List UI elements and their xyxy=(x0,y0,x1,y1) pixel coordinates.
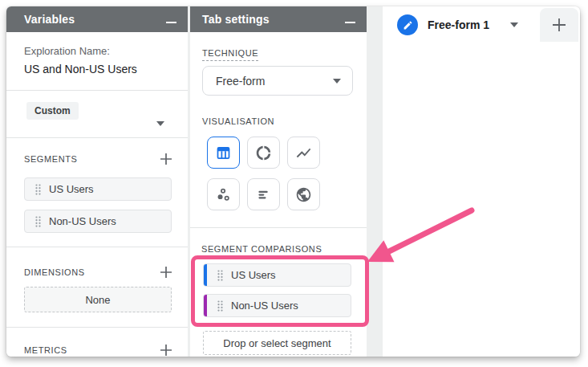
divider xyxy=(6,137,188,138)
drag-handle-icon xyxy=(34,215,42,228)
segments-label: SEGMENTS xyxy=(24,154,78,164)
divider xyxy=(190,227,367,228)
viz-line-button[interactable] xyxy=(287,137,320,169)
comparison-chip-non-us-users[interactable]: Non-US Users xyxy=(203,294,351,317)
plus-icon xyxy=(159,265,173,279)
pencil-icon xyxy=(403,20,413,31)
scatter-chart-icon xyxy=(215,186,232,203)
add-metric-button[interactable] xyxy=(159,343,173,357)
add-dimension-button[interactable] xyxy=(159,265,173,279)
tab-settings-panel-title: Tab settings xyxy=(202,13,270,26)
donut-chart-icon xyxy=(255,145,272,161)
metrics-label: METRICS xyxy=(24,345,67,355)
line-chart-icon xyxy=(295,145,312,161)
viz-geo-button[interactable] xyxy=(287,178,320,210)
table-chart-icon xyxy=(215,145,232,161)
visualisation-label: VISUALISATION xyxy=(202,116,274,126)
dimensions-label: DIMENSIONS xyxy=(24,267,85,277)
drag-handle-icon xyxy=(217,269,224,282)
technique-select[interactable]: Free-form xyxy=(202,66,353,96)
exploration-name-value[interactable]: US and Non-US Users xyxy=(24,63,137,75)
geo-map-icon xyxy=(295,186,312,203)
segment-chip-label: US Users xyxy=(49,183,94,195)
variables-panel-header: Variables xyxy=(6,6,188,32)
technique-selected-value: Free-form xyxy=(216,75,265,88)
tab-settings-panel: Tab settings TECHNIQUE Free-form VISUALI… xyxy=(190,6,367,357)
comparison-chip-label: Non-US Users xyxy=(231,300,298,312)
segment-drop-label: Drop or select segment xyxy=(223,337,330,349)
divider xyxy=(6,327,188,328)
segment-drop-target[interactable]: Drop or select segment xyxy=(203,331,351,355)
bar-chart-icon xyxy=(255,186,272,203)
tab-menu-chevron-icon[interactable] xyxy=(510,22,518,27)
comparison-chip-label: US Users xyxy=(231,269,276,281)
segment-type-chip[interactable]: Custom xyxy=(26,102,79,120)
exploration-canvas: Free-form 1 xyxy=(383,6,580,357)
chevron-down-icon[interactable] xyxy=(156,121,164,126)
segment-chip-label: Non-US Users xyxy=(49,215,116,227)
segment-color-bar xyxy=(204,295,207,316)
viz-table-button[interactable] xyxy=(207,137,240,169)
minimize-icon[interactable] xyxy=(166,22,176,23)
explorations-window: Variables Exploration Name: US and Non-U… xyxy=(6,6,580,357)
tab-free-form-1[interactable]: Free-form 1 xyxy=(383,8,530,42)
variables-panel: Variables Exploration Name: US and Non-U… xyxy=(6,6,188,357)
tab-settings-panel-header: Tab settings xyxy=(190,6,367,32)
minimize-icon[interactable] xyxy=(345,22,355,23)
divider xyxy=(6,247,188,247)
segment-chip-us-users[interactable]: US Users xyxy=(24,177,172,201)
segment-comparisons-label: SEGMENT COMPARISONS xyxy=(201,244,322,254)
add-tab-button[interactable] xyxy=(540,8,578,42)
viz-donut-button[interactable] xyxy=(247,137,280,169)
drag-handle-icon xyxy=(34,183,42,196)
divider xyxy=(6,90,188,91)
segment-color-bar xyxy=(204,264,207,286)
plus-icon xyxy=(159,152,173,166)
viz-bar-button[interactable] xyxy=(247,178,280,210)
viz-scatter-button[interactable] xyxy=(207,178,240,210)
variables-panel-title: Variables xyxy=(24,13,75,26)
tab-label: Free-form 1 xyxy=(428,18,489,31)
dimensions-empty-label: None xyxy=(85,294,110,306)
add-segment-button[interactable] xyxy=(159,152,173,166)
chevron-down-icon xyxy=(333,79,341,84)
comparison-chip-us-users[interactable]: US Users xyxy=(203,263,351,287)
plus-icon xyxy=(159,343,173,357)
exploration-name-label: Exploration Name: xyxy=(24,45,110,57)
plus-icon xyxy=(550,16,568,34)
drag-handle-icon xyxy=(217,300,224,312)
technique-label: TECHNIQUE xyxy=(202,48,258,61)
dimensions-empty-dropzone[interactable]: None xyxy=(24,287,172,312)
segment-chip-non-us-users[interactable]: Non-US Users xyxy=(24,210,172,233)
edit-tab-badge xyxy=(397,14,418,35)
